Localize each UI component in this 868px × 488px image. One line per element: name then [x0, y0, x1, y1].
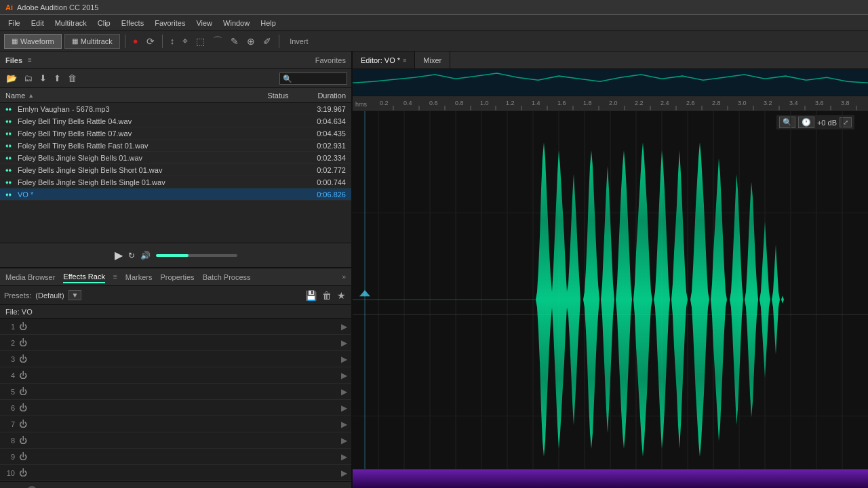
editor-tab-bar: Editor: VO * ≡ Mixer [353, 52, 868, 69]
menu-edit[interactable]: Edit [26, 18, 50, 28]
tab-effects-rack[interactable]: Effects Rack [63, 271, 105, 283]
file-row[interactable]: ♦♦ Foley Bells Jingle Sleigh Bells Short… [0, 164, 351, 176]
slot-expand-btn[interactable]: ▶ [341, 452, 347, 462]
menu-clip[interactable]: Clip [92, 18, 116, 28]
files-panel-menu[interactable]: ≡ [28, 56, 32, 64]
svg-text:0.4: 0.4 [403, 100, 412, 106]
effect-slot: 5 ⏻ ▶ [0, 384, 351, 400]
files-tab[interactable]: Files [5, 56, 22, 64]
multitrack-button[interactable]: ▦ Multitrack [64, 34, 120, 49]
save-preset-btn[interactable]: 💾 [304, 290, 318, 301]
move-tool[interactable]: ↕ [167, 35, 178, 47]
slot-power-btn[interactable]: ⏻ [19, 420, 27, 429]
slot-power-btn[interactable]: ⏻ [19, 387, 27, 396]
erase-tool[interactable]: ✐ [260, 35, 274, 48]
slot-expand-btn[interactable]: ▶ [341, 354, 347, 364]
tab-markers[interactable]: Markers [125, 272, 153, 283]
waveform-button[interactable]: ▦ Waveform [4, 34, 62, 49]
presets-dropdown-btn[interactable]: ▼ [68, 290, 82, 300]
editor-tab-close[interactable]: ≡ [403, 57, 406, 64]
slot-power-btn[interactable]: ⏻ [19, 322, 27, 331]
lasso-tool[interactable]: ⌒ [210, 34, 225, 49]
svg-text:1.2: 1.2 [506, 100, 515, 106]
volume-button[interactable]: 🔊 [140, 251, 151, 260]
file-row[interactable]: ♦♦ Foley Bell Tiny Bells Rattle Fast 01.… [0, 140, 351, 152]
svg-text:2.6: 2.6 [686, 100, 695, 106]
effect-slot: 6 ⏻ ▶ [0, 400, 351, 416]
effects-rack-menu-icon[interactable]: ≡ [113, 273, 117, 281]
heal-tool[interactable]: ⊕ [244, 35, 258, 48]
slot-expand-btn[interactable]: ▶ [341, 338, 347, 348]
file-row[interactable]: ♦♦ Emlyn Vaughan - 5678.mp3 3:19.967 [0, 103, 351, 115]
slot-expand-btn[interactable]: ▶ [341, 436, 347, 445]
delete-preset-btn[interactable]: 🗑 [321, 290, 333, 301]
paintbrush-tool[interactable]: ✎ [228, 35, 241, 48]
input-bar: Input: +0 [0, 481, 351, 488]
menu-help[interactable]: Help [255, 18, 281, 28]
tab-mixer[interactable]: Mixer [415, 52, 450, 68]
open-folder-btn[interactable]: 📂 [4, 72, 19, 85]
favorite-preset-btn[interactable]: ★ [336, 290, 347, 301]
tab-properties[interactable]: Properties [160, 272, 194, 283]
tab-editor-vo[interactable]: Editor: VO * ≡ [353, 52, 415, 68]
file-row[interactable]: ♦♦ Foley Bell Tiny Bells Rattle 07.wav 0… [0, 127, 351, 140]
new-folder-btn[interactable]: 🗂 [22, 72, 35, 85]
slot-expand-btn[interactable]: ▶ [341, 371, 347, 380]
favorites-tab[interactable]: Favorites [315, 56, 346, 64]
menu-window[interactable]: Window [218, 18, 255, 28]
slot-expand-btn[interactable]: ▶ [341, 403, 347, 413]
file-name: Foley Bell Tiny Bells Rattle Fast 01.wav [18, 142, 258, 150]
loop-button[interactable]: ⟳ [144, 35, 157, 48]
slot-power-btn[interactable]: ⏻ [19, 403, 27, 413]
slot-power-btn[interactable]: ⏻ [19, 452, 27, 462]
slot-power-btn[interactable]: ⏻ [19, 338, 27, 348]
slot-expand-btn[interactable]: ▶ [341, 322, 347, 331]
file-row[interactable]: ♦♦ Foley Bells Jingle Sleigh Bells 01.wa… [0, 152, 351, 164]
effect-slot: 10 ⏻ ▶ [0, 465, 351, 481]
files-search-input[interactable] [279, 73, 347, 85]
record-button[interactable]: ● [130, 35, 141, 47]
file-row[interactable]: ♦♦ VO * 0:06.826 [0, 188, 351, 201]
ruler-svg: 0.2 0.4 0.6 0.8 1.0 1.2 1.4 1.6 1.8 2.0 [353, 96, 868, 110]
time-select-tool[interactable]: ⌖ [180, 34, 191, 48]
invert-button[interactable]: Invert [284, 36, 314, 47]
input-knob[interactable] [27, 486, 37, 489]
import-btn[interactable]: ⬇ [37, 72, 49, 85]
slot-number: 2 [4, 339, 15, 347]
svg-text:3.0: 3.0 [738, 100, 747, 106]
file-type-icon: ♦♦ [5, 179, 16, 186]
file-row[interactable]: ♦♦ Foley Bell Tiny Bells Rattle 04.wav 0… [0, 115, 351, 127]
toolbar-separator-2 [162, 35, 163, 48]
tab-batch-process[interactable]: Batch Process [203, 272, 251, 283]
files-list: ♦♦ Emlyn Vaughan - 5678.mp3 3:19.967 ♦♦ … [0, 103, 351, 243]
slot-expand-btn[interactable]: ▶ [341, 420, 347, 429]
slot-number: 5 [4, 388, 15, 396]
menu-view[interactable]: View [191, 18, 218, 28]
slot-expand-btn[interactable]: ▶ [341, 468, 347, 478]
menu-multitrack[interactable]: Multitrack [50, 18, 92, 28]
play-button[interactable]: ▶ [115, 249, 123, 262]
marquee-tool[interactable]: ⬚ [193, 35, 208, 48]
slot-power-btn[interactable]: ⏻ [19, 354, 27, 364]
file-name: Foley Bells Jingle Sleigh Bells 01.wav [18, 154, 258, 162]
slot-power-btn[interactable]: ⏻ [19, 436, 27, 445]
slot-expand-btn[interactable]: ▶ [341, 387, 347, 396]
svg-text:0.8: 0.8 [455, 100, 464, 106]
loop-play-button[interactable]: ↻ [128, 251, 135, 260]
slot-power-btn[interactable]: ⏻ [19, 468, 27, 478]
slot-power-btn[interactable]: ⏻ [19, 371, 27, 380]
reveal-btn[interactable]: ⬆ [52, 72, 63, 85]
menu-favorites[interactable]: Favorites [149, 18, 191, 28]
effects-expand-icon[interactable]: » [342, 273, 346, 281]
tab-media-browser[interactable]: Media Browser [5, 272, 55, 283]
toolbar: ▦ Waveform ▦ Multitrack ● ⟳ ↕ ⌖ ⬚ ⌒ ✎ ⊕ … [0, 31, 868, 52]
waveform-area[interactable]: 🔍 🕐 +0 dB ⤢ [353, 111, 868, 488]
left-panel: Files ≡ Favorites 📂 🗂 ⬇ ⬆ 🗑 Name ▲ Statu… [0, 52, 353, 488]
right-panel: Editor: VO * ≡ Mixer hms 0.2 [353, 52, 868, 488]
svg-text:3.2: 3.2 [764, 100, 772, 106]
delete-btn[interactable]: 🗑 [66, 72, 79, 85]
file-row[interactable]: ♦♦ Foley Bells Jingle Sleigh Bells Singl… [0, 176, 351, 188]
file-name: Foley Bell Tiny Bells Rattle 04.wav [18, 117, 258, 125]
menu-effects[interactable]: Effects [116, 18, 149, 28]
menu-file[interactable]: File [3, 18, 26, 28]
